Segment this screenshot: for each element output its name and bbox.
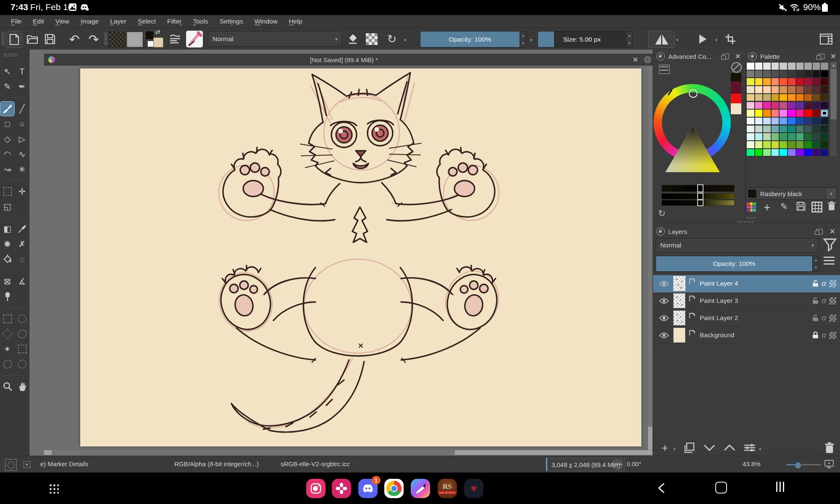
- opacity-spinner[interactable]: ▴▾: [520, 32, 526, 47]
- palette-swatch[interactable]: [746, 78, 755, 86]
- size-spinner[interactable]: ▴▾: [626, 32, 633, 47]
- palette-swatch[interactable]: [779, 149, 788, 157]
- palette-swatch[interactable]: [779, 117, 788, 125]
- palette-swatch[interactable]: [746, 117, 755, 125]
- menu-item-file[interactable]: File: [11, 18, 21, 25]
- chevron-down-icon[interactable]: ▾: [673, 446, 676, 452]
- current-color-swatch[interactable]: [153, 37, 163, 47]
- palette-swatch[interactable]: [746, 70, 755, 78]
- palette-swatch[interactable]: [763, 94, 771, 102]
- palette-swatch[interactable]: [755, 78, 763, 86]
- alpha-lock-icon[interactable]: α: [822, 313, 826, 323]
- tool-text[interactable]: T: [15, 64, 29, 79]
- color-mode-label[interactable]: RGB/Alpha (8-bit integer/ch...): [174, 460, 259, 467]
- palette-swatch[interactable]: [812, 133, 821, 141]
- alpha-lock-icon[interactable]: α: [822, 296, 826, 305]
- menu-item-image[interactable]: Image: [81, 18, 99, 25]
- palette-swatch[interactable]: [788, 94, 796, 102]
- tool-polyline[interactable]: ▷: [15, 131, 29, 147]
- palette-swatch[interactable]: [820, 117, 829, 125]
- palette-swatch[interactable]: [796, 125, 804, 133]
- rotation-compass-icon[interactable]: [612, 459, 623, 470]
- close-docker-icon[interactable]: ✕: [830, 53, 836, 60]
- no-color-icon[interactable]: [731, 62, 742, 73]
- palette-swatch[interactable]: [746, 62, 755, 70]
- palette-swatch[interactable]: [820, 141, 829, 149]
- tool-fill[interactable]: [0, 252, 15, 267]
- palette-swatch[interactable]: [771, 133, 780, 141]
- tool-ellipse-select[interactable]: [15, 311, 29, 326]
- inherit-alpha-icon[interactable]: [829, 297, 836, 304]
- palette-swatch[interactable]: [796, 62, 804, 70]
- tool-measure[interactable]: ∡: [15, 274, 29, 289]
- chevron-down-icon[interactable]: ▾: [676, 37, 679, 43]
- lock-docker-icon[interactable]: [748, 52, 757, 60]
- tool-ellipse[interactable]: ○: [15, 116, 29, 131]
- tool-rect-select[interactable]: [0, 311, 15, 326]
- palette-swatch[interactable]: [804, 94, 812, 102]
- palette-swatch[interactable]: [788, 133, 796, 141]
- tool-line[interactable]: ╱: [15, 101, 29, 116]
- palette-swatch[interactable]: [755, 125, 763, 133]
- palette-swatch[interactable]: [771, 141, 780, 149]
- palette-swatch[interactable]: [763, 102, 771, 110]
- lock-icon[interactable]: [812, 331, 819, 339]
- docker-grip[interactable]: [746, 217, 757, 219]
- blend-mode-dropdown[interactable]: Normal▾: [208, 31, 342, 47]
- palette-swatch[interactable]: [771, 94, 780, 102]
- palette-swatch[interactable]: [812, 125, 821, 133]
- tool-polygon[interactable]: ◇: [0, 131, 15, 147]
- palette-swatch[interactable]: [771, 125, 780, 133]
- palette-swatch[interactable]: [820, 86, 829, 94]
- palette-swatch[interactable]: [804, 102, 812, 110]
- palette-swatch[interactable]: [755, 117, 763, 125]
- palette-swatch[interactable]: [796, 78, 804, 86]
- palette-swatch[interactable]: [788, 70, 796, 78]
- palette-swatch[interactable]: [763, 125, 771, 133]
- palette-swatch[interactable]: [820, 109, 829, 117]
- dock-app-chrome[interactable]: [384, 479, 404, 498]
- palette-swatch[interactable]: [755, 86, 763, 94]
- palette-swatch[interactable]: [804, 133, 812, 141]
- palette-swatch[interactable]: [812, 94, 821, 102]
- layer-thumbnail[interactable]: [673, 328, 685, 343]
- close-docker-icon[interactable]: ✕: [830, 228, 835, 235]
- chevron-down-icon[interactable]: ▾: [530, 37, 533, 43]
- drawing-canvas[interactable]: [80, 68, 641, 446]
- tool-pan[interactable]: [15, 379, 29, 394]
- palette-swatch[interactable]: [755, 149, 763, 157]
- color-selector-ring[interactable]: [689, 89, 698, 98]
- filter-layers-icon[interactable]: [823, 237, 837, 252]
- palette-swatch[interactable]: [746, 141, 755, 149]
- tool-reference-images[interactable]: ⊠: [0, 274, 15, 289]
- palette-swatch[interactable]: [796, 117, 804, 125]
- palette-swatch[interactable]: [812, 86, 821, 94]
- tool-magnetic-select[interactable]: [15, 357, 29, 372]
- inherit-alpha-icon[interactable]: [829, 280, 836, 287]
- workspace-chooser-button[interactable]: [818, 31, 834, 47]
- color-profile-label[interactable]: sRGB-elle-V2-srgbtrc.icc: [281, 460, 350, 467]
- brush-size-slider[interactable]: Size: 5.00 px ▴▾: [538, 31, 633, 47]
- palette-swatch[interactable]: [812, 141, 821, 149]
- layers-header[interactable]: Layers ✕: [653, 226, 840, 237]
- recent-color-swatch[interactable]: [731, 81, 741, 94]
- tool-zoom[interactable]: [0, 379, 15, 394]
- chevron-down-icon[interactable]: ▾: [826, 189, 836, 199]
- close-document-icon[interactable]: ✕: [633, 56, 638, 63]
- palette-swatch[interactable]: [820, 62, 829, 70]
- gradient-handle[interactable]: [697, 193, 704, 200]
- palette-swatch[interactable]: [796, 133, 804, 141]
- selection-display-icon[interactable]: [5, 459, 17, 471]
- layer-opacity-spinner[interactable]: ▴▾: [812, 256, 819, 271]
- unlock-icon[interactable]: [812, 297, 819, 304]
- palette-swatch[interactable]: [763, 62, 771, 70]
- app-drawer-button[interactable]: [49, 483, 59, 494]
- color-wheel[interactable]: [654, 84, 731, 161]
- palette-swatch[interactable]: [746, 94, 755, 102]
- inherit-alpha-icon[interactable]: [829, 332, 836, 339]
- toolbox-grip[interactable]: [3, 53, 18, 56]
- back-button[interactable]: [656, 482, 667, 494]
- dock-app-discord[interactable]: 1: [358, 479, 378, 498]
- gradient-handle[interactable]: [697, 184, 704, 192]
- preserve-alpha-button[interactable]: [364, 31, 380, 47]
